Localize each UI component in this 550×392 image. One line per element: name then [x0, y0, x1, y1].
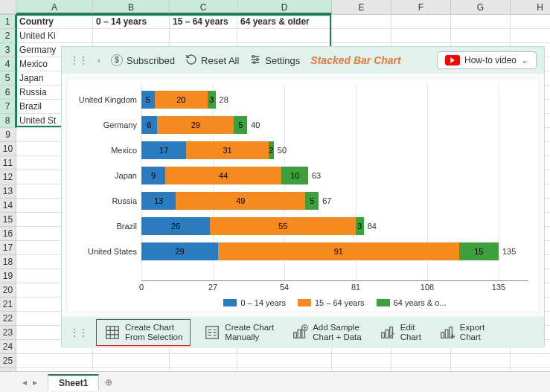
next-sheet-icon[interactable]: ▸ — [33, 377, 37, 388]
add-chart-icon — [292, 324, 308, 341]
row-header[interactable]: 14 — [0, 199, 16, 213]
cell[interactable] — [332, 29, 391, 43]
cell[interactable] — [511, 354, 550, 368]
bar-segment[interactable]: 55 — [210, 217, 356, 235]
cell[interactable] — [511, 15, 550, 29]
legend-item[interactable]: 64 years & o... — [377, 298, 447, 307]
row-header[interactable]: 19 — [0, 269, 16, 283]
row-header[interactable]: 17 — [0, 241, 16, 255]
cell[interactable]: 0 – 14 years — [93, 15, 170, 29]
row-header[interactable]: 21 — [0, 298, 16, 312]
cell[interactable] — [16, 354, 93, 368]
row-header[interactable]: 20 — [0, 283, 16, 298]
sheet-tab-active[interactable]: Sheet1 — [48, 374, 99, 391]
bar-segment[interactable]: 6 — [141, 116, 157, 134]
cell[interactable] — [237, 354, 332, 368]
drag-handle-icon[interactable]: ⋮⋮ — [69, 54, 87, 66]
export-chart-button[interactable]: ExportChart — [435, 321, 489, 344]
bar-segment[interactable]: 31 — [186, 141, 268, 159]
cell[interactable] — [93, 29, 170, 43]
column-header[interactable]: D — [237, 0, 332, 14]
cell[interactable] — [93, 354, 170, 368]
bar-segment[interactable]: 49 — [176, 192, 305, 210]
row-header[interactable]: 5 — [0, 71, 16, 86]
row-header[interactable]: 23 — [0, 326, 16, 340]
bar-segment[interactable]: 44 — [165, 167, 281, 184]
bar-segment[interactable]: 13 — [141, 192, 176, 210]
cell[interactable]: 64 years & older — [237, 15, 332, 29]
cell[interactable] — [391, 15, 451, 29]
settings-button[interactable]: Settings — [249, 54, 300, 68]
reset-all-button[interactable]: Reset All — [185, 54, 239, 68]
bar-segment[interactable]: 91 — [218, 242, 459, 260]
bar-segment[interactable]: 2 — [269, 141, 274, 159]
column-header[interactable]: G — [451, 0, 511, 14]
row-header[interactable]: 22 — [0, 312, 16, 326]
cell[interactable] — [332, 15, 391, 29]
bar-segment[interactable]: 17 — [141, 141, 186, 159]
bar-segment[interactable]: 26 — [141, 217, 210, 235]
cell[interactable] — [170, 354, 237, 368]
column-header[interactable]: F — [391, 0, 451, 14]
column-header[interactable]: B — [93, 0, 170, 14]
column-header[interactable]: H — [511, 0, 550, 14]
bar-segment[interactable]: 3 — [208, 91, 216, 109]
cell[interactable] — [451, 29, 511, 43]
cell[interactable] — [451, 15, 511, 29]
create-chart-from-selection-button[interactable]: Create ChartFrom Selection — [96, 319, 191, 346]
cell[interactable]: 15 – 64 years — [170, 15, 237, 29]
legend-item[interactable]: 0 – 14 years — [223, 298, 286, 307]
row-header[interactable]: 6 — [0, 86, 16, 100]
row-header[interactable]: 1 — [0, 15, 16, 29]
bar-segment[interactable]: 5 — [234, 116, 247, 134]
bar-segment[interactable]: 3 — [356, 217, 364, 235]
chevron-left-icon[interactable]: ‹ — [97, 55, 100, 65]
bar-segment[interactable]: 5 — [305, 192, 319, 210]
bar-segment[interactable]: 9 — [141, 167, 165, 184]
row-header[interactable]: 24 — [0, 340, 16, 354]
cell[interactable]: Country — [16, 15, 93, 29]
row-header[interactable]: 13 — [0, 184, 16, 199]
add-sheet-button[interactable]: ⊕ — [99, 375, 115, 390]
row-header[interactable]: 2 — [0, 29, 16, 43]
row-header[interactable]: 16 — [0, 227, 16, 241]
cell[interactable] — [170, 29, 237, 43]
cell[interactable] — [391, 29, 451, 43]
bar-segment[interactable]: 20 — [155, 91, 208, 109]
row-header[interactable]: 8 — [0, 114, 16, 128]
edit-chart-button[interactable]: EditChart — [375, 321, 426, 344]
row-header[interactable]: 9 — [0, 128, 16, 142]
row-header[interactable]: 3 — [0, 43, 16, 57]
svg-rect-6 — [298, 330, 301, 338]
cell[interactable] — [511, 29, 550, 43]
bar-segment[interactable]: 15 — [459, 242, 499, 260]
row-header[interactable]: 11 — [0, 156, 16, 170]
legend-item[interactable]: 15 – 64 years — [298, 298, 365, 307]
drag-handle-icon[interactable]: ⋮⋮ — [69, 327, 87, 338]
bar-segment[interactable]: 29 — [141, 242, 218, 260]
cell[interactable] — [391, 354, 451, 368]
row-header[interactable]: 15 — [0, 213, 16, 227]
bar-segment[interactable]: 29 — [157, 116, 234, 134]
subscribed-button[interactable]: $ Subscribed — [111, 54, 175, 66]
create-chart-manually-button[interactable]: Create ChartManually — [199, 321, 278, 344]
row-header[interactable]: 12 — [0, 170, 16, 184]
bar-segment[interactable]: 5 — [141, 91, 155, 109]
howto-video-button[interactable]: How-to video ⌄ — [437, 51, 537, 69]
prev-sheet-icon[interactable]: ◂ — [22, 377, 27, 388]
cell[interactable] — [332, 354, 391, 368]
cell[interactable] — [451, 354, 511, 368]
column-header[interactable]: A — [16, 0, 93, 14]
row-header[interactable]: 7 — [0, 100, 16, 114]
cell[interactable] — [237, 29, 332, 43]
row-header[interactable]: 25 — [0, 354, 16, 368]
row-header[interactable]: 10 — [0, 142, 16, 156]
column-header[interactable]: C — [170, 0, 237, 14]
row-header[interactable]: 4 — [0, 57, 16, 71]
select-all-cell[interactable] — [0, 0, 16, 14]
cell[interactable]: United Ki — [16, 29, 93, 43]
column-header[interactable]: E — [332, 0, 391, 14]
bar-segment[interactable]: 10 — [281, 167, 308, 184]
add-sample-button[interactable]: Add SampleChart + Data — [287, 321, 366, 344]
row-header[interactable]: 18 — [0, 255, 16, 269]
